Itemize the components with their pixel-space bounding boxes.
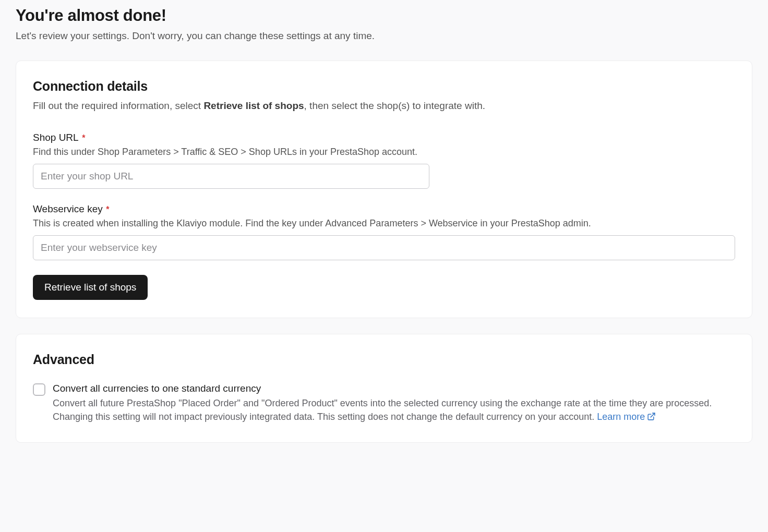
advanced-section-title: Advanced bbox=[33, 352, 735, 367]
retrieve-shops-button[interactable]: Retrieve list of shops bbox=[33, 275, 148, 300]
shop-url-field-group: Shop URL * Find this under Shop Paramete… bbox=[33, 132, 735, 189]
connection-desc-bold: Retrieve list of shops bbox=[203, 100, 304, 111]
connection-desc-post: , then select the shop(s) to integrate w… bbox=[304, 100, 485, 111]
webservice-key-field-group: Webservice key * This is created when in… bbox=[33, 203, 735, 260]
learn-more-text: Learn more bbox=[597, 412, 645, 422]
shop-url-label: Shop URL bbox=[33, 132, 79, 143]
currency-checkbox-label: Convert all currencies to one standard c… bbox=[53, 383, 735, 394]
webservice-key-input[interactable] bbox=[33, 235, 735, 260]
shop-url-required-indicator: * bbox=[82, 134, 85, 142]
connection-section-desc: Fill out the required information, selec… bbox=[33, 99, 735, 113]
shop-url-helper: Find this under Shop Parameters > Traffi… bbox=[33, 146, 735, 159]
page-title: You're almost done! bbox=[16, 6, 752, 25]
currency-checkbox-row: Convert all currencies to one standard c… bbox=[33, 383, 735, 425]
learn-more-link[interactable]: Learn more bbox=[597, 412, 656, 422]
webservice-key-helper: This is created when installing the Klav… bbox=[33, 217, 735, 230]
currency-checkbox-desc: Convert all future PrestaShop "Placed Or… bbox=[53, 398, 712, 422]
advanced-card: Advanced Convert all currencies to one s… bbox=[16, 334, 752, 443]
webservice-key-label: Webservice key bbox=[33, 203, 103, 215]
connection-details-card: Connection details Fill out the required… bbox=[16, 61, 752, 318]
webservice-key-required-indicator: * bbox=[106, 205, 109, 214]
currency-checkbox-content: Convert all currencies to one standard c… bbox=[53, 383, 735, 425]
external-link-icon bbox=[647, 411, 656, 425]
currency-checkbox[interactable] bbox=[33, 383, 45, 396]
connection-section-title: Connection details bbox=[33, 79, 735, 94]
page-subtitle: Let's review your settings. Don't worry,… bbox=[16, 30, 752, 42]
svg-line-0 bbox=[651, 413, 655, 417]
shop-url-input[interactable] bbox=[33, 164, 429, 189]
connection-desc-pre: Fill out the required information, selec… bbox=[33, 100, 203, 111]
